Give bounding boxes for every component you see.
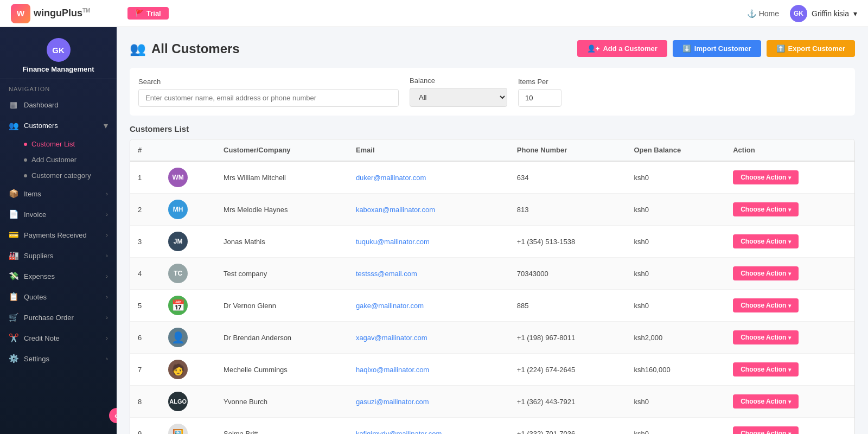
filter-bar: Search Balance All Items Per: [130, 68, 855, 116]
cell-name: Selma Britt: [216, 418, 348, 435]
sidebar-collapse-button[interactable]: «: [109, 408, 117, 423]
email-link[interactable]: kafiqimydy@mailinator.com: [356, 430, 442, 435]
trial-badge[interactable]: 🚩 Trial: [127, 7, 169, 20]
cell-email: gake@mailinator.com: [348, 290, 509, 322]
chevron-credit-note-icon: ›: [106, 335, 108, 341]
sidebar-item-items[interactable]: 📦 Items ›: [0, 183, 117, 204]
sub-item-customer-list[interactable]: Customer List: [0, 136, 117, 152]
add-customer-button[interactable]: 👤+ Add a Customer: [577, 40, 667, 57]
sidebar-item-quotes[interactable]: 📋 Quotes ›: [0, 286, 117, 307]
sidebar-item-customers[interactable]: 👥 Customers ▾: [0, 115, 117, 136]
user-name: Griffin kisia: [812, 9, 849, 18]
email-link[interactable]: haqixo@mailinator.com: [356, 366, 429, 374]
credit-note-icon: ✂️: [9, 333, 18, 343]
sub-item-add-customer[interactable]: Add Customer: [0, 152, 117, 168]
avatar: JM: [168, 232, 188, 251]
cell-avatar: WM: [161, 161, 216, 194]
balance-select[interactable]: All: [410, 88, 507, 107]
sidebar-label-credit-note: Credit Note: [24, 334, 60, 342]
choose-action-button[interactable]: Choose Action▾: [733, 330, 799, 344]
cell-avatar: 👤: [161, 322, 216, 354]
cell-name: Dr Brendan Anderson: [216, 322, 348, 354]
search-input[interactable]: [138, 89, 399, 107]
cell-avatar: 🧑: [161, 354, 216, 386]
col-phone: Phone Number: [509, 139, 627, 161]
sidebar-item-invoice[interactable]: 📄 Invoice ›: [0, 204, 117, 225]
sidebar-item-settings[interactable]: ⚙️ Settings ›: [0, 348, 117, 369]
cell-balance: ksh0: [626, 226, 725, 258]
items-per-group: Items Per: [518, 78, 561, 107]
cell-avatar: JM: [161, 226, 216, 258]
sidebar-profile: GK Finance Management: [0, 27, 117, 79]
cell-balance: ksh0: [626, 258, 725, 290]
cell-balance: ksh0: [626, 386, 725, 418]
col-num: #: [130, 139, 161, 161]
cell-num: 1: [130, 161, 161, 194]
caret-icon: ▾: [788, 303, 791, 309]
export-customer-button[interactable]: ⬆️ Export Customer: [767, 40, 855, 57]
choose-action-button[interactable]: Choose Action▾: [733, 298, 799, 312]
cell-name: Yvonne Burch: [216, 386, 348, 418]
cell-action: Choose Action▾: [725, 194, 854, 226]
choose-action-button[interactable]: Choose Action▾: [733, 426, 799, 434]
email-link[interactable]: gake@mailinator.com: [356, 302, 424, 310]
cell-email: kaboxan@mailinator.com: [348, 194, 509, 226]
home-link[interactable]: ⚓ Home: [747, 9, 779, 18]
sidebar-label-quotes: Quotes: [24, 293, 47, 301]
avatar: 🖼️: [168, 424, 188, 434]
choose-action-button[interactable]: Choose Action▾: [733, 362, 799, 376]
email-link[interactable]: tuquku@mailinator.com: [356, 238, 430, 246]
choose-action-button[interactable]: Choose Action▾: [733, 234, 799, 248]
topbar: w winguPlusTM 🚩 Trial ⚓ Home GK Griffin …: [0, 0, 868, 27]
user-avatar: GK: [790, 5, 807, 22]
user-menu-button[interactable]: GK Griffin kisia ▾: [790, 5, 857, 22]
cell-num: 6: [130, 322, 161, 354]
caret-icon: ▾: [788, 239, 791, 245]
email-link[interactable]: duker@mailinator.com: [356, 174, 426, 182]
cell-phone: +1 (354) 513-1538: [509, 226, 627, 258]
table-row: 2MHMrs Melodie Hayneskaboxan@mailinator.…: [130, 194, 854, 226]
items-per-input[interactable]: [518, 89, 561, 107]
cell-avatar: MH: [161, 194, 216, 226]
email-link[interactable]: xagav@mailinator.com: [356, 334, 427, 342]
cell-avatar: TC: [161, 258, 216, 290]
caret-icon: ▾: [788, 431, 791, 435]
cell-num: 5: [130, 290, 161, 322]
chevron-suppliers-icon: ›: [106, 252, 108, 259]
sidebar-avatar: GK: [47, 38, 71, 62]
sidebar-label-suppliers: Suppliers: [24, 252, 53, 260]
caret-icon: ▾: [788, 207, 791, 213]
sidebar-item-payments[interactable]: 💳 Payments Received ›: [0, 225, 117, 245]
main-layout: GK Finance Management Navigation ▦ Dashb…: [0, 27, 868, 434]
sidebar-item-expenses[interactable]: 💸 Expenses ›: [0, 266, 117, 286]
cell-action: Choose Action▾: [725, 226, 854, 258]
cell-email: xagav@mailinator.com: [348, 322, 509, 354]
cell-phone: +1 (332) 701-7036: [509, 418, 627, 435]
table-row: 7🧑Mechelle Cummingshaqixo@mailinator.com…: [130, 354, 854, 386]
choose-action-button[interactable]: Choose Action▾: [733, 266, 799, 280]
cell-num: 3: [130, 226, 161, 258]
avatar: MH: [168, 200, 188, 219]
cell-action: Choose Action▾: [725, 386, 854, 418]
import-customer-button[interactable]: ⬇️ Import Customer: [673, 40, 761, 57]
choose-action-button[interactable]: Choose Action▾: [733, 202, 799, 216]
table-row: 6👤Dr Brendan Andersonxagav@mailinator.co…: [130, 322, 854, 354]
email-link[interactable]: kaboxan@mailinator.com: [356, 206, 435, 214]
avatar: WM: [168, 168, 188, 187]
sidebar-item-credit-note[interactable]: ✂️ Credit Note ›: [0, 328, 117, 348]
choose-action-button[interactable]: Choose Action▾: [733, 170, 799, 184]
sidebar-item-purchase-order[interactable]: 🛒 Purchase Order ›: [0, 307, 117, 328]
chevron-payments-icon: ›: [106, 232, 108, 238]
email-link[interactable]: gasuzi@mailinator.com: [356, 398, 429, 406]
table-row: 5📅Dr Vernon Glenngake@mailinator.com885k…: [130, 290, 854, 322]
email-link[interactable]: testsss@email.com: [356, 270, 417, 278]
sub-label-add-customer: Add Customer: [31, 156, 76, 164]
sidebar-item-dashboard[interactable]: ▦ Dashboard: [0, 94, 117, 115]
customers-icon: 👥: [9, 121, 18, 131]
page-title-icon: 👥: [130, 41, 146, 56]
sub-item-customer-category[interactable]: Customer category: [0, 168, 117, 183]
sidebar-item-suppliers[interactable]: 🏭 Suppliers ›: [0, 245, 117, 266]
cell-email: tuquku@mailinator.com: [348, 226, 509, 258]
choose-action-button[interactable]: Choose Action▾: [733, 394, 799, 409]
caret-icon: ▾: [788, 175, 791, 181]
